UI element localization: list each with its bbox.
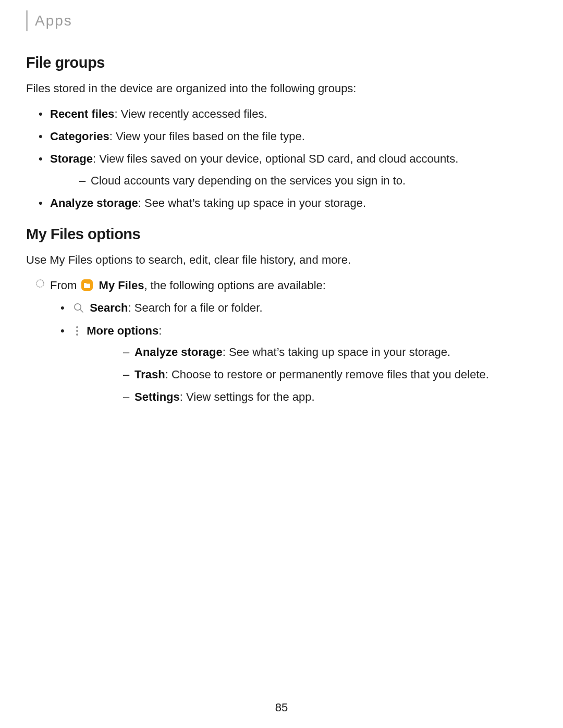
item-text: : Choose to restore or permanently remov… xyxy=(165,368,489,381)
item-text: : xyxy=(158,324,162,337)
item-text: : See what’s taking up space in your sto… xyxy=(138,196,366,209)
breadcrumb-label: Apps xyxy=(35,13,72,29)
file-groups-list: Recent files: View recently accessed fil… xyxy=(26,105,532,212)
list-item: Trash: Choose to restore or permanently … xyxy=(94,365,532,384)
item-label: Storage xyxy=(50,152,93,165)
svg-point-5 xyxy=(76,330,78,332)
breadcrumb: Apps xyxy=(26,10,532,31)
dotted-circle-icon xyxy=(35,279,45,288)
list-item: Categories: View your files based on the… xyxy=(26,127,532,145)
item-text: : See what’s taking up space in your sto… xyxy=(223,346,450,359)
more-options-icon xyxy=(73,325,81,337)
section1-intro: Files stored in the device are organized… xyxy=(26,80,532,97)
item-text: : View your files based on the file type… xyxy=(109,130,305,143)
lead-suffix: , the following options are available: xyxy=(144,279,326,292)
item-label: Settings xyxy=(134,390,180,403)
header-rule-icon xyxy=(26,10,28,31)
more-options-sublist: Analyze storage: See what’s taking up sp… xyxy=(94,343,532,406)
my-files-icon xyxy=(81,279,93,291)
list-item: More options: Analyze storage: See what’… xyxy=(48,322,532,406)
page-number: 85 xyxy=(0,701,563,714)
item-label: Analyze storage xyxy=(50,196,138,209)
item-label: Trash xyxy=(134,368,165,381)
list-item: Settings: View settings for the app. xyxy=(94,388,532,406)
svg-line-3 xyxy=(80,310,83,312)
item-text: : View files saved on your device, optio… xyxy=(93,152,459,165)
list-item: Storage: View files saved on your device… xyxy=(26,150,532,189)
svg-point-2 xyxy=(75,304,81,310)
list-item: Analyze storage: See what’s taking up sp… xyxy=(94,343,532,361)
options-list: Search: Search for a file or folder. Mor… xyxy=(48,299,532,406)
svg-point-6 xyxy=(76,334,78,336)
lead-app-name: My Files xyxy=(99,279,144,292)
item-text: : View recently accessed files. xyxy=(115,107,267,120)
svg-point-4 xyxy=(76,326,78,328)
lead-prefix: From xyxy=(50,279,80,292)
search-icon xyxy=(73,302,84,314)
item-text: : Search for a file or folder. xyxy=(128,301,263,314)
svg-point-0 xyxy=(36,280,44,287)
item-label: Categories xyxy=(50,130,109,143)
list-item: Cloud accounts vary depending on the ser… xyxy=(50,171,532,190)
list-item: Search: Search for a file or folder. xyxy=(48,299,532,317)
list-item: Analyze storage: See what’s taking up sp… xyxy=(26,194,532,212)
item-label: More options xyxy=(87,324,158,337)
section2-lead: From My Files, the following options are… xyxy=(26,276,532,294)
storage-sublist: Cloud accounts vary depending on the ser… xyxy=(50,171,532,190)
item-label: Recent files xyxy=(50,107,115,120)
section-title-my-files-options: My Files options xyxy=(26,226,532,243)
item-label: Search xyxy=(90,301,128,314)
section-title-file-groups: File groups xyxy=(26,54,532,71)
item-label: Analyze storage xyxy=(134,346,223,359)
section2-intro: Use My Files options to search, edit, cl… xyxy=(26,251,532,269)
list-item: Recent files: View recently accessed fil… xyxy=(26,105,532,123)
item-text: : View settings for the app. xyxy=(180,390,315,403)
